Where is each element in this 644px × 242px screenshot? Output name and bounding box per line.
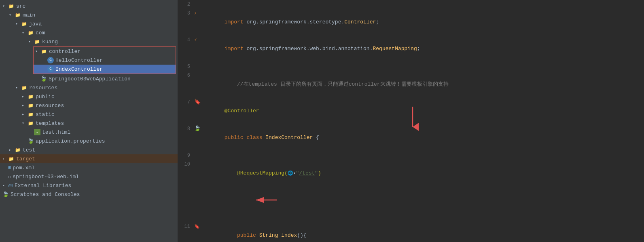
tree-item-test[interactable]: 📁 test: [0, 145, 178, 154]
code-editor[interactable]: 2 3 ⚡ import org.springframework.stereot…: [178, 0, 644, 242]
pom-icon: m: [8, 165, 11, 170]
code-line-10: 10 @RequestMapping(🌐▾"/test"): [178, 160, 644, 222]
label-app-properties: application.properties: [36, 138, 105, 144]
html-file-icon: ▪: [34, 129, 40, 135]
arrow-resources: [15, 85, 21, 90]
tree-item-resources-dir[interactable]: 📁 resources: [0, 83, 178, 92]
scratches-icon: 🍃: [2, 191, 9, 198]
label-external-libs: External Libraries: [15, 183, 71, 189]
tree-item-app-properties[interactable]: 🍃 application.properties: [0, 137, 178, 145]
tree-item-src[interactable]: 📁 src: [0, 2, 178, 11]
folder-icon-test: 📁: [15, 147, 21, 153]
code-line-8: 8 🍃 public class IndexController {: [178, 124, 644, 151]
label-src: src: [16, 3, 25, 9]
spring-icon-app: 🍃: [40, 76, 47, 82]
label-test-html: test.html: [42, 129, 70, 135]
folder-icon-target: 📁: [8, 156, 15, 162]
extlib-icon: 🗃: [8, 183, 13, 189]
tree-item-scratches[interactable]: 🍃 Scratches and Consoles: [0, 190, 178, 199]
arrow-java: [15, 21, 21, 26]
tree-item-hello-controller[interactable]: C HelloController: [34, 56, 176, 65]
folder-icon-resources: 📁: [21, 84, 28, 91]
arrow-test: [9, 147, 15, 152]
label-scratches: Scratches and Consoles: [11, 191, 80, 198]
arrow-kuang: [28, 39, 34, 44]
code-line-7: 7 🔖 @Controller: [178, 98, 644, 124]
tree-item-templates[interactable]: 📁 templates: [0, 119, 178, 128]
tree-item-springboot-app[interactable]: 🍃 Springboot03WebApplication: [0, 74, 178, 83]
arrow-main: [9, 13, 15, 17]
folder-icon-main: 📁: [15, 12, 21, 18]
arrow-static: [22, 112, 28, 117]
tree-item-test-html[interactable]: ▪ test.html: [0, 128, 178, 137]
label-index-controller: IndexController: [55, 66, 103, 72]
folder-icon-static: 📁: [28, 111, 34, 118]
label-controller: controller: [49, 48, 80, 55]
code-line-3: 3 ⚡ import org.springframework.stereotyp…: [178, 9, 644, 36]
tree-item-iml[interactable]: ◻ springboot-03-web.iml: [0, 172, 178, 181]
class-icon-hello: C: [47, 57, 54, 63]
label-com: com: [36, 30, 45, 36]
tree-item-static[interactable]: 📁 static: [0, 110, 178, 119]
arrow-controller: [35, 49, 41, 54]
arrow-public: [22, 94, 28, 99]
right-arrow-annotation: [253, 196, 285, 204]
code-line-2: 2: [178, 0, 644, 9]
label-java: java: [29, 21, 42, 27]
tree-item-java[interactable]: 📁 java: [0, 19, 178, 28]
folder-icon-controller: 📁: [41, 48, 47, 55]
folder-icon-public: 📁: [28, 93, 34, 100]
tree-item-public[interactable]: 📁 public: [0, 92, 178, 101]
tree-item-resources2[interactable]: 📁 resources: [0, 101, 178, 110]
folder-icon-com: 📁: [28, 29, 34, 36]
arrow-com: [22, 30, 28, 35]
label-templates: templates: [36, 120, 64, 126]
label-resources2: resources: [36, 103, 64, 109]
iml-icon: ◻: [8, 174, 11, 180]
label-pom: pom.xml: [13, 165, 35, 171]
controller-group: 📁 controller C HelloController C IndexCo…: [33, 46, 176, 74]
code-line-4: 4 ⚡ import org.springframework.web.bind.…: [178, 36, 644, 62]
class-icon-index: C: [47, 66, 54, 72]
arrow-target: [2, 156, 8, 161]
tree-item-external-libs[interactable]: 🗃 External Libraries: [0, 181, 178, 190]
label-resources-dir: resources: [29, 85, 57, 91]
arrow-src: [2, 4, 8, 8]
label-test: test: [23, 147, 35, 153]
arrow-templates: [22, 121, 28, 126]
tree-item-index-controller[interactable]: C IndexController: [34, 65, 176, 74]
label-target: target: [16, 156, 35, 162]
label-hello-controller: HelloController: [55, 57, 103, 63]
code-line-9: 9: [178, 151, 644, 160]
file-tree-sidebar[interactable]: 📁 src 📁 main 📁 java 📁 com 📁 kuang 📁 cont…: [0, 0, 178, 242]
code-line-5: 5: [178, 62, 644, 71]
props-icon: 🍃: [28, 138, 34, 144]
code-line-11: 11 🔖 public String index(){: [178, 222, 644, 242]
tree-item-target[interactable]: 📁 target: [0, 154, 178, 163]
folder-icon-kuang: 📁: [34, 38, 40, 45]
arrow-extlibs: [2, 183, 8, 188]
tree-item-controller[interactable]: 📁 controller: [34, 47, 176, 56]
folder-icon-src: 📁: [8, 3, 15, 9]
arrow-resources2: [22, 103, 28, 108]
label-static: static: [36, 112, 55, 118]
folder-icon-templates: 📁: [28, 120, 34, 126]
folder-icon-java: 📁: [21, 21, 28, 27]
label-main: main: [23, 12, 35, 18]
label-kuang: kuang: [42, 39, 58, 45]
code-line-6: 6 //在templates 目录下的所有页面，只能通过controller来跳…: [178, 71, 644, 98]
tree-item-pom[interactable]: m pom.xml: [0, 163, 178, 172]
folder-icon-resources2: 📁: [28, 102, 34, 109]
tree-item-com[interactable]: 📁 com: [0, 28, 178, 37]
label-public: public: [36, 94, 55, 100]
tree-item-main[interactable]: 📁 main: [0, 11, 178, 19]
label-springboot-app: Springboot03WebApplication: [49, 76, 131, 82]
label-iml: springboot-03-web.iml: [13, 174, 79, 180]
tree-item-kuang[interactable]: 📁 kuang: [0, 37, 178, 46]
